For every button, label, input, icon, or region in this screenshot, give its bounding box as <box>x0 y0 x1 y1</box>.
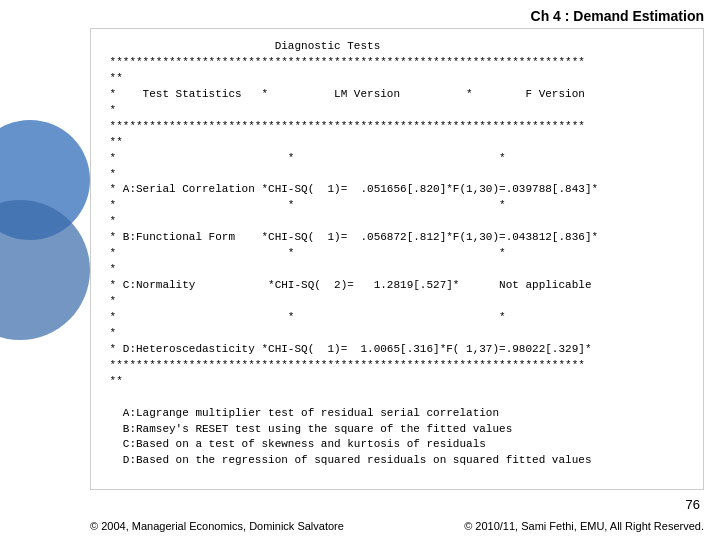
footer-right: © 2010/11, Sami Fethi, EMU, All Right Re… <box>464 520 704 532</box>
page-title: Ch 4 : Demand Estimation <box>531 8 704 24</box>
main-content-box: Diagnostic Tests ***********************… <box>90 28 704 490</box>
diagnostic-text: Diagnostic Tests ***********************… <box>103 39 691 469</box>
page-number: 76 <box>686 497 700 512</box>
decorative-circle-bottom <box>0 200 90 340</box>
footer-left: © 2004, Managerial Economics, Dominick S… <box>90 520 344 532</box>
